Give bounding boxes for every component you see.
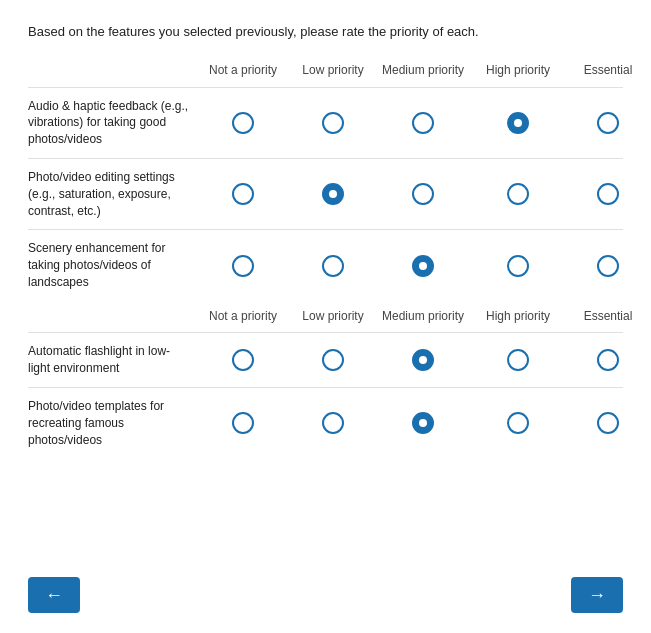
radio-cell-0-2-2 xyxy=(378,255,468,277)
sections-container: Not a priorityLow priorityMedium priorit… xyxy=(28,63,623,458)
radio-cell-0-0-4 xyxy=(568,112,648,134)
instruction-text: Based on the features you selected previ… xyxy=(28,24,623,39)
header-row-0: Not a priorityLow priorityMedium priorit… xyxy=(28,63,623,83)
radio-button-0-2-0[interactable] xyxy=(232,255,254,277)
radio-cell-0-0-3 xyxy=(468,112,568,134)
radio-button-1-0-3[interactable] xyxy=(507,349,529,371)
header-cell-1-1: Not a priority xyxy=(198,309,288,329)
radio-cell-0-2-3 xyxy=(468,255,568,277)
radio-button-1-0-4[interactable] xyxy=(597,349,619,371)
radio-cell-1-0-3 xyxy=(468,349,568,371)
radio-button-0-0-4[interactable] xyxy=(597,112,619,134)
table-row: Scenery enhancement for taking photos/vi… xyxy=(28,229,623,300)
radio-cell-1-0-0 xyxy=(198,349,288,371)
radio-button-0-0-3[interactable] xyxy=(507,112,529,134)
feature-label: Photo/video templates for recreating fam… xyxy=(28,398,198,448)
radio-button-0-0-0[interactable] xyxy=(232,112,254,134)
radio-cell-1-0-4 xyxy=(568,349,648,371)
radio-button-1-1-4[interactable] xyxy=(597,412,619,434)
radio-button-0-1-1[interactable] xyxy=(322,183,344,205)
header-row-1: Not a priorityLow priorityMedium priorit… xyxy=(28,309,623,329)
section-0: Not a priorityLow priorityMedium priorit… xyxy=(28,63,623,301)
table-row: Photo/video editing settings (e.g., satu… xyxy=(28,158,623,229)
header-cell-1-5: Essential xyxy=(568,309,648,329)
radio-cell-0-0-0 xyxy=(198,112,288,134)
radio-button-0-2-2[interactable] xyxy=(412,255,434,277)
radio-cell-0-2-1 xyxy=(288,255,378,277)
next-button[interactable]: → xyxy=(571,577,623,613)
radio-button-1-0-2[interactable] xyxy=(412,349,434,371)
header-cell-1-2: Low priority xyxy=(288,309,378,329)
radio-cell-0-1-3 xyxy=(468,183,568,205)
radio-button-1-0-1[interactable] xyxy=(322,349,344,371)
header-cell-0-5: Essential xyxy=(568,63,648,83)
feature-label: Photo/video editing settings (e.g., satu… xyxy=(28,169,198,219)
feature-label: Audio & haptic feedback (e.g., vibration… xyxy=(28,98,198,148)
radio-cell-0-1-0 xyxy=(198,183,288,205)
radio-button-0-0-1[interactable] xyxy=(322,112,344,134)
radio-cell-1-1-3 xyxy=(468,412,568,434)
table-row: Automatic flashlight in low-light enviro… xyxy=(28,332,623,387)
table-row: Photo/video templates for recreating fam… xyxy=(28,387,623,458)
radio-cell-1-0-1 xyxy=(288,349,378,371)
nav-bar: ← → xyxy=(28,577,623,613)
radio-cell-0-1-2 xyxy=(378,183,468,205)
radio-button-0-2-1[interactable] xyxy=(322,255,344,277)
radio-button-1-1-2[interactable] xyxy=(412,412,434,434)
back-button[interactable]: ← xyxy=(28,577,80,613)
header-cell-0-3: Medium priority xyxy=(378,63,468,83)
header-cell-0-0 xyxy=(28,79,198,83)
radio-cell-0-2-0 xyxy=(198,255,288,277)
radio-button-1-0-0[interactable] xyxy=(232,349,254,371)
section-1: Not a priorityLow priorityMedium priorit… xyxy=(28,309,623,459)
radio-button-0-0-2[interactable] xyxy=(412,112,434,134)
radio-cell-0-1-4 xyxy=(568,183,648,205)
radio-cell-1-1-2 xyxy=(378,412,468,434)
table-row: Audio & haptic feedback (e.g., vibration… xyxy=(28,87,623,158)
header-cell-1-4: High priority xyxy=(468,309,568,329)
radio-button-0-2-3[interactable] xyxy=(507,255,529,277)
radio-button-0-1-3[interactable] xyxy=(507,183,529,205)
feature-label: Automatic flashlight in low-light enviro… xyxy=(28,343,198,377)
radio-cell-1-1-4 xyxy=(568,412,648,434)
header-cell-1-3: Medium priority xyxy=(378,309,468,329)
radio-button-0-1-2[interactable] xyxy=(412,183,434,205)
radio-button-0-1-0[interactable] xyxy=(232,183,254,205)
radio-button-1-1-0[interactable] xyxy=(232,412,254,434)
radio-cell-0-1-1 xyxy=(288,183,378,205)
radio-cell-1-1-1 xyxy=(288,412,378,434)
header-cell-0-2: Low priority xyxy=(288,63,378,83)
radio-cell-0-0-2 xyxy=(378,112,468,134)
radio-cell-1-0-2 xyxy=(378,349,468,371)
radio-cell-1-1-0 xyxy=(198,412,288,434)
radio-button-0-1-4[interactable] xyxy=(597,183,619,205)
header-cell-0-4: High priority xyxy=(468,63,568,83)
header-cell-0-1: Not a priority xyxy=(198,63,288,83)
radio-cell-0-2-4 xyxy=(568,255,648,277)
header-cell-1-0 xyxy=(28,324,198,328)
radio-button-1-1-1[interactable] xyxy=(322,412,344,434)
radio-cell-0-0-1 xyxy=(288,112,378,134)
feature-label: Scenery enhancement for taking photos/vi… xyxy=(28,240,198,290)
radio-button-0-2-4[interactable] xyxy=(597,255,619,277)
page-container: Based on the features you selected previ… xyxy=(0,0,651,546)
radio-button-1-1-3[interactable] xyxy=(507,412,529,434)
